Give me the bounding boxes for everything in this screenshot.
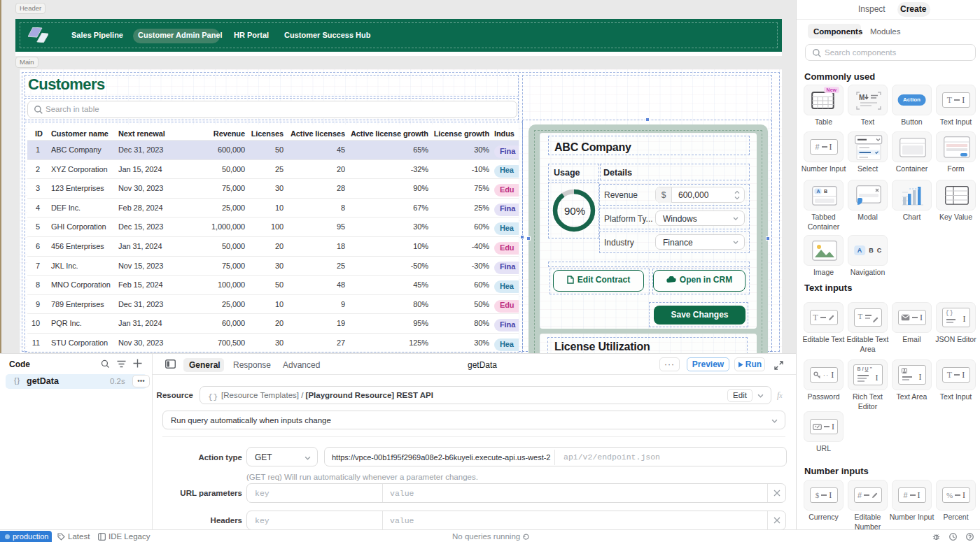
svg-text:M: M <box>859 94 864 101</box>
svg-text:B: B <box>824 189 827 194</box>
svg-text:A: A <box>817 189 820 194</box>
